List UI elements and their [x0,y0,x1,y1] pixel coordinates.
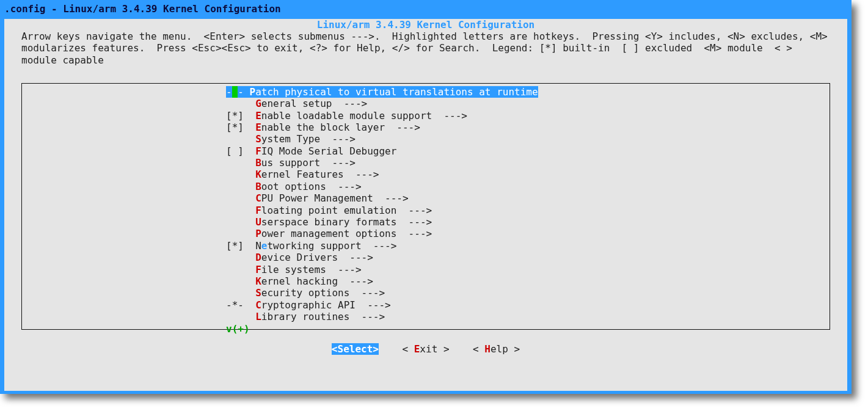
menu-item[interactable]: -*- Cryptographic API ---> [226,299,830,311]
menu-item[interactable]: Power management options ---> [226,228,830,239]
menu-item[interactable]: Userspace binary formats ---> [226,216,830,228]
select-button[interactable]: <Select> [332,343,379,355]
menu-item[interactable]: General setup ---> [226,98,830,109]
menu-item[interactable]: Device Drivers ---> [226,252,830,263]
help-text: Arrow keys navigate the menu. <Enter> se… [4,31,847,66]
terminal-window: .config - Linux/arm 3.4.39 Kernel Config… [0,0,852,394]
menu-list[interactable]: - - Patch physical to virtual translatio… [226,86,830,323]
menu-item[interactable]: Boot options ---> [226,181,830,192]
exit-button[interactable]: < Exit > [402,343,449,355]
menu-box: - - Patch physical to virtual translatio… [21,83,830,330]
button-bar: <Select> < Exit > < Help > [4,343,847,355]
menu-item[interactable]: Bus support ---> [226,157,830,169]
help-button[interactable]: < Help > [473,343,520,355]
menu-item[interactable]: Security options ---> [226,287,830,299]
kc-title: Linux/arm 3.4.39 Kernel Configuration [4,19,847,31]
menuconfig-screen: Linux/arm 3.4.39 Kernel Configuration Ar… [4,19,847,391]
menu-item[interactable]: Kernel hacking ---> [226,275,830,287]
menu-item[interactable]: [*] Enable loadable module support ---> [226,110,830,122]
menu-item[interactable]: CPU Power Management ---> [226,192,830,204]
menu-item[interactable]: Library routines ---> [226,311,830,322]
menu-item[interactable]: - - Patch physical to virtual translatio… [226,86,830,98]
menu-item[interactable]: [*] Enable the block layer ---> [226,122,830,133]
window-title: .config - Linux/arm 3.4.39 Kernel Config… [2,2,850,16]
menu-item[interactable]: [ ] FIQ Mode Serial Debugger [226,145,830,157]
menu-item[interactable]: File systems ---> [226,264,830,275]
menu-item[interactable]: Floating point emulation ---> [226,205,830,216]
menu-item[interactable]: [*] Networking support ---> [226,240,830,252]
menu-item[interactable]: Kernel Features ---> [226,169,830,180]
menu-item[interactable]: System Type ---> [226,133,830,145]
scroll-indicator: v(+) [226,323,830,335]
